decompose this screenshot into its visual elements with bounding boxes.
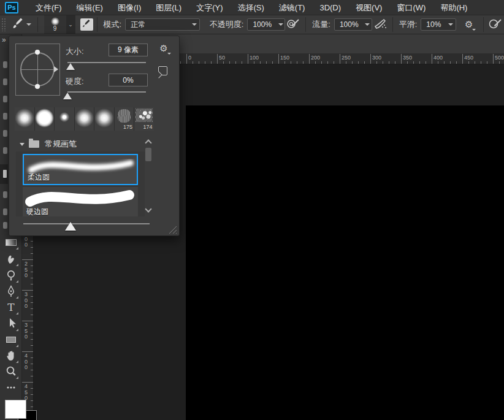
scroll-up-icon[interactable] [145,139,151,146]
menu-item-1[interactable]: 文件(F) [28,0,69,15]
ruler-tick [31,315,33,315]
caret-down-icon [472,29,476,31]
dodge-tool-button[interactable] [3,269,19,284]
hidden-tool-icon[interactable] [3,208,7,215]
menu-item-11[interactable]: 帮助(H) [433,0,475,15]
ruler-tick [248,54,248,64]
ruler-tick [31,388,33,389]
ruler-tick [450,61,451,64]
recent-brush-6[interactable]: 175 [115,107,134,131]
hidden-tool-icon[interactable] [3,130,7,137]
menu-item-7[interactable]: 滤镜(T) [272,0,313,15]
brush-preset-picker-button[interactable]: 9 ⌄ [44,15,75,34]
preview-size-slider-track[interactable] [23,223,150,224]
brush-stroke-preview [23,187,138,209]
ruler-tick [321,61,322,64]
brush-preset-2[interactable]: 硬边圆 [23,187,138,216]
brush-preset-label: 硬边圆 [26,207,48,216]
roundness-handle-bottom[interactable] [35,84,40,89]
ruler-tick [31,308,33,309]
hardness-slider-track[interactable] [67,91,146,93]
hidden-tool-icon[interactable] [3,222,7,229]
menu-item-2[interactable]: 编辑(E) [69,0,110,15]
gradient-tool-button[interactable] [3,235,19,251]
ruler-tick [334,61,334,64]
brush-list-scrollbar[interactable] [145,138,153,215]
size-input[interactable]: 9 像素 [109,44,148,56]
foreground-color-swatch[interactable] [5,400,26,419]
angle-arrow[interactable] [54,66,58,72]
hidden-tool-icon[interactable] [3,96,7,102]
ruler-tick [346,61,346,64]
brush-picker-chevron[interactable]: ⌄ [66,15,75,34]
recent-brushes-row: 175174 [15,107,154,131]
ruler-label: 150 [280,55,289,61]
menu-item-5[interactable]: 文字(Y) [189,0,230,15]
brush-group-header[interactable]: 常规画笔 [16,137,145,151]
mode-select[interactable]: 正常 [125,18,200,31]
panel-resize-grip[interactable] [167,226,177,234]
toggle-brush-settings-button[interactable] [80,18,93,31]
brush-preview: 9 [44,15,66,34]
ruler-tick [31,284,33,284]
tool-preset-picker-button[interactable] [9,16,34,33]
airbrush-button[interactable] [373,17,388,32]
menu-item-6[interactable]: 选择(S) [230,0,271,15]
mode-label: 模式: [104,19,122,30]
zoom-tool-button[interactable] [3,365,19,380]
path-selection-tool-button[interactable] [3,317,19,332]
pressure-opacity-button[interactable] [286,17,301,32]
smoothing-options-button[interactable]: ⚙ [461,17,476,32]
rectangle-tool-button[interactable] [3,333,19,348]
recent-brush-4[interactable] [75,107,94,131]
ruler-tick [22,382,33,383]
menu-item-10[interactable]: 窗口(W) [389,0,433,15]
brush-group-label: 常规画笔 [45,139,77,150]
hidden-tool-icon[interactable] [3,113,7,120]
type-tool-button[interactable]: T [3,300,19,316]
smudge-tool-button[interactable] [3,252,19,267]
size-slider-thumb[interactable] [66,63,75,70]
photoshop-logo[interactable]: Ps [5,2,18,13]
flow-select[interactable]: 100% [334,18,372,31]
brush-preset-1[interactable]: 柔边圆 [23,154,138,185]
document-canvas[interactable] [186,105,504,420]
hardness-input[interactable]: 0% [109,74,148,86]
edit-toolbar-button[interactable] [3,381,19,396]
menu-item-9[interactable]: 视图(V) [348,0,389,15]
hidden-tool-icon[interactable] [3,147,7,154]
ruler-tick [413,61,414,64]
hidden-tool-icon[interactable] [3,78,7,85]
options-bar-grip[interactable] [1,18,6,31]
ruler-tick [31,241,33,242]
smoothing-select[interactable]: 10% [421,18,456,31]
panel-options-button[interactable]: ⚙ [156,41,172,56]
ruler-tick [31,278,33,278]
menu-item-3[interactable]: 图像(I) [110,0,148,15]
hand-tool-button[interactable] [3,349,19,364]
chevron-down-icon: ⌄ [68,21,73,28]
active-tool-pressed[interactable] [0,164,8,184]
roundness-handle-top[interactable] [35,50,40,55]
smoothing-value: 10% [421,20,446,29]
recent-brush-2[interactable] [35,107,55,131]
recent-brush-7[interactable]: 174 [134,107,154,131]
opacity-select[interactable]: 100% [247,18,285,31]
preview-size-slider-thumb[interactable] [65,222,76,231]
pen-tool-button[interactable] [3,284,19,300]
menu-item-8[interactable]: 3D(D) [312,0,348,15]
collapse-toolbar-button[interactable]: » [2,36,6,44]
scrollbar-thumb[interactable] [145,148,151,161]
scroll-down-icon[interactable] [145,205,151,212]
size-slider-track[interactable] [67,62,146,63]
pressure-size-button[interactable] [488,17,503,32]
recent-brush-5[interactable] [94,107,114,131]
brush-angle-roundness-control[interactable] [15,44,60,96]
hardness-slider-thumb[interactable] [63,93,72,99]
create-new-brush-button[interactable] [158,66,167,75]
hidden-tool-icon[interactable] [3,61,7,68]
menu-item-4[interactable]: 图层(L) [148,0,189,15]
recent-brush-1[interactable] [15,107,34,131]
recent-brush-3[interactable] [55,107,74,131]
hidden-tool-icon[interactable] [3,191,7,198]
